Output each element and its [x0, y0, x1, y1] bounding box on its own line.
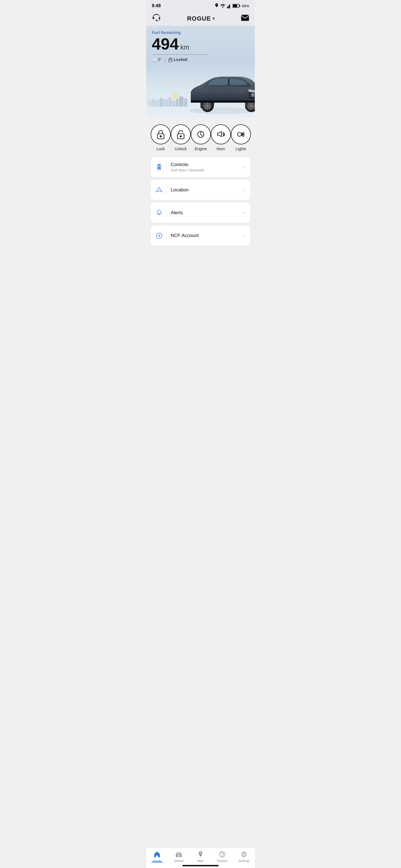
lights-button[interactable]: Lights — [231, 124, 251, 151]
svg-rect-14 — [169, 97, 171, 106]
svg-rect-5 — [239, 5, 240, 7]
location-arrow: › — [244, 187, 245, 193]
horn-button[interactable]: Horn — [211, 124, 231, 151]
engine-label: Engine — [195, 147, 207, 151]
svg-line-51 — [155, 61, 155, 61]
menu-section: Controls Just Now • Unlocked › Location … — [146, 154, 255, 268]
controls-text: Controls Just Now • Unlocked — [171, 162, 240, 172]
lock-info: Locked — [168, 57, 188, 62]
lock-status: Locked — [174, 57, 188, 62]
lock-button[interactable]: Lock — [151, 124, 171, 151]
controls-row: Lock Unlock Engine — [151, 124, 250, 151]
unlock-button[interactable]: Unlock — [171, 124, 191, 151]
svg-rect-7 — [241, 15, 249, 21]
svg-rect-6 — [233, 5, 237, 7]
location-menu-item[interactable]: Location › — [151, 180, 250, 200]
lights-circle — [231, 124, 251, 145]
alerts-icon — [156, 207, 167, 218]
lock-label: Lock — [156, 147, 165, 151]
fuel-unit: km — [180, 44, 189, 51]
hero-section: Fuel Remaining 494 km 5° | — [146, 26, 255, 118]
horn-label: Horn — [217, 147, 225, 151]
alerts-title: Alerts — [171, 210, 240, 216]
svg-rect-12 — [160, 98, 163, 106]
ncf-text: NCF Account — [171, 233, 240, 239]
controls-arrow: › — [244, 164, 245, 170]
engine-circle — [191, 124, 211, 145]
hero-status: 5° | Locked — [152, 57, 249, 62]
vehicle-chevron: ▾ — [212, 16, 215, 21]
wifi-icon — [220, 4, 225, 8]
hero-content: Fuel Remaining 494 km 5° | — [152, 30, 249, 62]
status-divider: | — [164, 57, 165, 62]
svg-point-26 — [251, 93, 255, 96]
svg-rect-9 — [147, 100, 151, 106]
lock-status-icon — [168, 57, 173, 62]
svg-rect-13 — [164, 99, 168, 106]
ncf-icon: $ — [156, 230, 167, 241]
engine-button[interactable]: Engine — [191, 124, 211, 151]
alerts-text: Alerts — [171, 210, 240, 216]
svg-line-49 — [153, 61, 153, 61]
fuel-divider — [152, 54, 207, 55]
battery-icon — [232, 4, 240, 8]
location-title: Location — [171, 187, 240, 193]
controls-section: Lock Unlock Engine — [146, 118, 255, 154]
temperature: 5° — [158, 57, 162, 62]
mail-icon[interactable] — [241, 14, 249, 23]
svg-rect-17 — [179, 96, 183, 106]
svg-rect-67 — [158, 167, 160, 168]
svg-text:$: $ — [159, 234, 160, 237]
svg-point-66 — [159, 165, 160, 166]
vehicle-selector[interactable]: ROGUE ▾ — [187, 15, 215, 22]
svg-point-20 — [172, 93, 178, 99]
ncf-menu-item[interactable]: $ NCF Account › — [151, 226, 250, 246]
controls-menu-item[interactable]: Controls Just Now • Unlocked › — [151, 157, 250, 177]
vehicle-name: ROGUE — [187, 15, 211, 22]
svg-rect-42 — [238, 91, 243, 93]
location-icon — [156, 184, 167, 195]
svg-rect-68 — [158, 168, 160, 168]
svg-rect-44 — [191, 100, 255, 103]
horn-circle — [211, 124, 231, 145]
ncf-title: NCF Account — [171, 233, 240, 239]
svg-rect-2 — [229, 4, 230, 8]
status-bar: 9:48 66% — [146, 0, 255, 10]
svg-rect-0 — [227, 7, 228, 8]
svg-rect-11 — [155, 100, 159, 106]
weather-icon — [152, 57, 157, 62]
unlock-circle — [171, 124, 191, 145]
controls-subtitle: Just Now • Unlocked — [171, 168, 240, 172]
location-text: Location — [171, 187, 240, 193]
svg-point-53 — [170, 60, 171, 61]
signal-icon — [227, 3, 231, 8]
svg-point-48 — [152, 59, 156, 61]
fuel-label: Fuel Remaining — [152, 30, 249, 35]
svg-point-57 — [180, 135, 181, 137]
header: ROGUE ▾ — [146, 10, 255, 26]
fuel-amount: 494 km — [152, 36, 249, 52]
svg-point-59 — [237, 132, 241, 136]
svg-point-21 — [189, 107, 253, 114]
status-time: 9:48 — [152, 3, 161, 8]
svg-line-25 — [250, 96, 255, 97]
alerts-menu-item[interactable]: Alerts › — [151, 203, 250, 223]
controls-title: Controls — [171, 162, 240, 167]
ncf-arrow: › — [244, 232, 245, 239]
svg-rect-1 — [228, 6, 229, 8]
fuel-value: 494 — [152, 36, 179, 52]
unlock-label: Unlock — [175, 147, 187, 151]
svg-rect-22 — [228, 79, 229, 85]
lights-label: Lights — [236, 147, 246, 151]
svg-rect-43 — [219, 91, 224, 93]
car-image — [185, 65, 255, 115]
status-icons: 66% — [215, 3, 249, 8]
svg-rect-16 — [176, 99, 178, 106]
svg-marker-69 — [156, 187, 162, 192]
svg-rect-10 — [151, 99, 154, 106]
headset-icon[interactable] — [152, 13, 161, 24]
svg-rect-3 — [230, 3, 231, 8]
alerts-arrow: › — [244, 210, 245, 216]
lock-circle — [151, 124, 171, 145]
location-icon — [215, 3, 219, 8]
